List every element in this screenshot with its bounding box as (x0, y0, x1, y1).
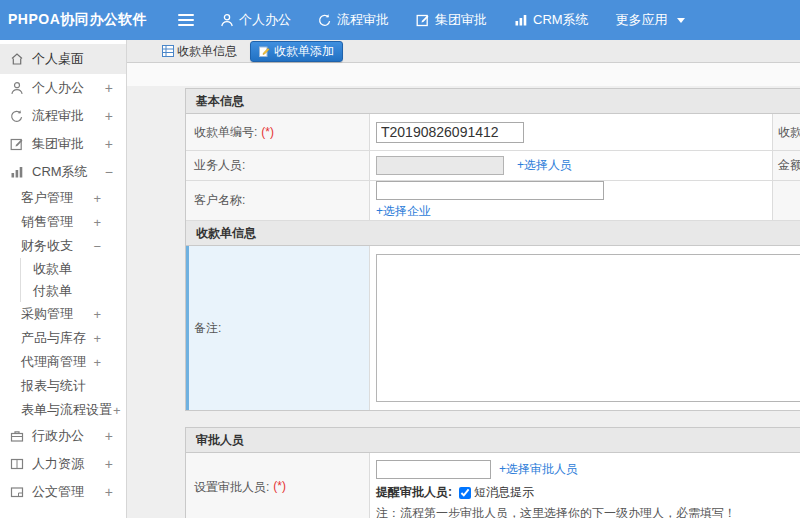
sidebar-item-customer-mgmt[interactable]: 客户管理 + (0, 186, 126, 210)
sidebar-item-label: CRM系统 (32, 163, 88, 181)
field-label-right: 金额: (772, 151, 800, 180)
expand-toggle[interactable]: + (105, 80, 126, 96)
sms-remind-checkbox[interactable] (459, 487, 471, 499)
expand-toggle[interactable]: + (105, 136, 126, 152)
bar-chart-icon (514, 13, 528, 27)
expand-toggle[interactable]: + (105, 456, 126, 472)
choose-person-link[interactable]: +选择人员 (517, 157, 572, 174)
user-icon (10, 81, 24, 95)
field-value-cell (370, 114, 772, 150)
field-value-cell: +选择审批人员 提醒审批人员: 短消息提示 注：流程第一步审批人员，这里选择你的… (370, 453, 800, 518)
sidebar-item-finance[interactable]: 财务收支 − (0, 234, 126, 258)
sidebar-item-label: 代理商管理 (21, 353, 86, 371)
remark-textarea[interactable] (376, 254, 800, 402)
expand-toggle[interactable]: + (113, 403, 121, 418)
choose-company-link[interactable]: +选择企业 (376, 203, 431, 220)
remind-line: 提醒审批人员: 短消息提示 (376, 484, 534, 501)
nav-more-apps[interactable]: 更多应用 (616, 11, 685, 29)
form-row-remark: 备注: (186, 246, 800, 410)
expand-toggle[interactable]: + (93, 331, 126, 346)
sidebar-item-payment[interactable]: 付款单 (21, 280, 126, 302)
customer-name-input[interactable] (376, 181, 604, 200)
nav-label: 集团审批 (435, 11, 487, 29)
sidebar-item-process-approval[interactable]: 流程审批 + (0, 102, 126, 130)
user-icon (220, 13, 234, 27)
book-icon (10, 457, 24, 471)
sidebar-item-personal-desktop[interactable]: 个人桌面 (0, 44, 126, 74)
sidebar-item-group-approval[interactable]: 集团审批 + (0, 130, 126, 158)
approver-input[interactable] (376, 460, 491, 479)
sidebar-item-admin-office[interactable]: 行政办公 + (0, 422, 126, 450)
remind-option-label: 短消息提示 (474, 484, 534, 501)
sidebar-item-receipt[interactable]: 收款单 (21, 258, 126, 280)
field-label: 客户名称: (186, 181, 370, 220)
briefcase-icon (10, 429, 24, 443)
sidebar-subtree-finance: 收款单 付款单 (20, 258, 126, 302)
field-value-cell: +选择企业 (370, 181, 772, 220)
sidebar-item-label: 报表与统计 (21, 377, 86, 395)
tab-label: 收款单信息 (177, 43, 237, 60)
nav-label: 更多应用 (616, 11, 668, 29)
sidebar-item-reports-stats[interactable]: 报表与统计 (0, 374, 126, 398)
field-label: 备注: (186, 246, 370, 410)
field-label: 收款单编号: (*) (186, 114, 370, 150)
collapse-toggle[interactable]: − (93, 239, 126, 254)
sidebar-item-label: 公文管理 (32, 483, 84, 501)
choose-approver-link[interactable]: +选择审批人员 (499, 461, 578, 478)
sidebar-item-label: 表单与流程设置 (21, 401, 112, 419)
sidebar-item-purchase-mgmt[interactable]: 采购管理 + (0, 302, 126, 326)
label-text: 设置审批人员: (194, 479, 269, 496)
document-icon (10, 485, 24, 499)
tab-receipt-info[interactable]: 收款单信息 (162, 43, 237, 60)
edit-page-icon (259, 46, 270, 57)
section-header-basic: 基本信息 (186, 89, 800, 114)
label-text: 业务人员: (194, 157, 245, 174)
nav-process-approval[interactable]: 流程审批 (318, 11, 389, 29)
approver-select-line: +选择审批人员 (376, 460, 578, 479)
form-row-receipt-no: 收款单编号: (*) 收款单 (186, 114, 800, 151)
salesperson-input[interactable] (376, 156, 504, 175)
remind-label: 提醒审批人员: (376, 484, 452, 501)
sidebar-item-label: 集团审批 (32, 135, 84, 153)
nav-personal-office[interactable]: 个人办公 (220, 11, 291, 29)
expand-toggle[interactable]: + (93, 215, 126, 230)
sidebar-item-agent-mgmt[interactable]: 代理商管理 + (0, 350, 126, 374)
expand-toggle[interactable]: + (93, 191, 126, 206)
expand-toggle[interactable]: + (93, 307, 126, 322)
collapse-toggle[interactable]: − (105, 164, 126, 180)
sidebar-item-document-mgmt[interactable]: 公文管理 + (0, 478, 126, 506)
field-label-right: 收款单 (772, 114, 800, 150)
required-mark: (*) (273, 479, 286, 493)
sidebar-item-sales-mgmt[interactable]: 销售管理 + (0, 210, 126, 234)
expand-toggle[interactable]: + (105, 484, 126, 500)
expand-toggle[interactable]: + (105, 428, 126, 444)
section-header-receipt: 收款单信息 (186, 221, 800, 246)
sidebar-item-human-resources[interactable]: 人力资源 + (0, 450, 126, 478)
sidebar-item-form-flow-settings[interactable]: 表单与流程设置 + (0, 398, 126, 422)
process-icon (10, 109, 24, 123)
process-icon (318, 13, 332, 27)
tab-receipt-add[interactable]: 收款单添加 (250, 41, 343, 62)
field-label-right (772, 181, 800, 220)
receipt-no-input[interactable] (376, 122, 524, 143)
field-label: 设置审批人员: (*) (186, 453, 370, 518)
sidebar-item-label: 流程审批 (32, 107, 84, 125)
hamburger-menu-icon[interactable] (178, 14, 194, 26)
nav-crm-system[interactable]: CRM系统 (514, 11, 589, 29)
approver-note: 注：流程第一步审批人员，这里选择你的下一级办理人，必需填写！ (376, 505, 736, 518)
top-nav: 个人办公 流程审批 集团审批 CRM系统 更多应用 (220, 11, 685, 29)
nav-group-approval[interactable]: 集团审批 (416, 11, 487, 29)
field-value-cell (370, 246, 800, 410)
remark-highlight-bar (186, 246, 189, 410)
edit-square-icon (416, 13, 430, 27)
tab-strip: 收款单信息 收款单添加 (127, 40, 800, 63)
sidebar-item-product-inventory[interactable]: 产品与库存 + (0, 326, 126, 350)
toolbar-gap (127, 63, 800, 86)
sidebar-item-crm-system[interactable]: CRM系统 − (0, 158, 126, 186)
form-row-approver: 设置审批人员: (*) +选择审批人员 提醒审批人员: 短消息提示 (186, 453, 800, 518)
sidebar-item-personal-office[interactable]: 个人办公 + (0, 74, 126, 102)
expand-toggle[interactable]: + (93, 355, 126, 370)
form-row-salesperson: 业务人员: +选择人员 金额: (186, 151, 800, 181)
expand-toggle[interactable]: + (105, 108, 126, 124)
sidebar-item-label: 收款单 (33, 260, 72, 278)
